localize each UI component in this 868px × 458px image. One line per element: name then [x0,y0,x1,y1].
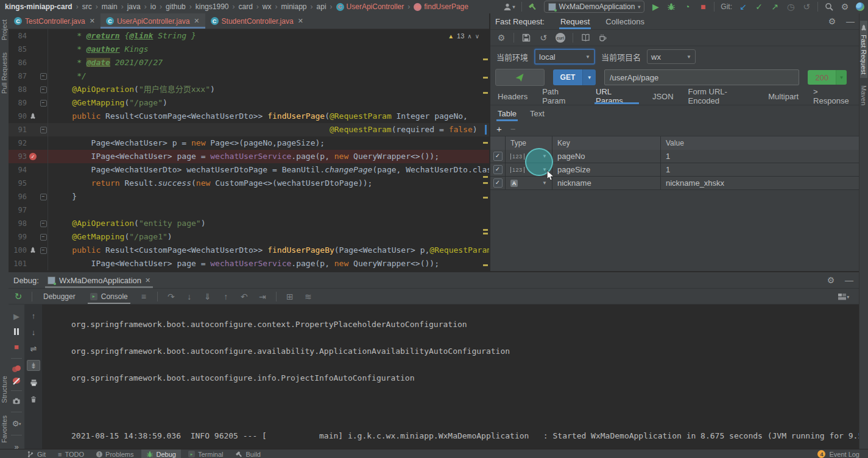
code-line[interactable]: 95 return Result.success(new CustomPage<… [9,177,489,190]
layout-menu-icon[interactable]: ≡ [139,292,149,301]
breadcrumb-item[interactable]: github [166,2,186,11]
scroll-to-end-icon[interactable]: ⇟ [27,360,40,371]
fold-marker-icon[interactable]: − [40,100,47,107]
debug-settings-gear-icon[interactable]: ⚙▾ [10,419,23,428]
docs-book-icon[interactable] [580,32,590,43]
method-select[interactable]: GET ▼ [553,69,596,85]
force-step-into-icon[interactable]: ⇓ [203,292,213,301]
debug-settings-gear-icon[interactable]: ⚙ [826,275,836,286]
step-over-icon[interactable]: ↷ [166,292,176,301]
debug-view-tab[interactable]: Debugger [41,289,78,304]
breadcrumb-item[interactable]: miniapp [281,2,307,11]
send-request-button[interactable] [495,69,545,86]
close-icon[interactable]: ✕ [145,277,150,284]
code-line[interactable]: 89 − @GetMapping("/page") [9,96,489,110]
key-cell[interactable]: pageSize [552,163,661,176]
stop-icon[interactable]: ■ [10,342,23,351]
request-section-tab[interactable]: Headers [498,88,528,104]
save-icon[interactable] [521,32,531,43]
code-line[interactable]: 93 ✓ IPage<WechatUser> page = wechatUser… [9,150,489,163]
local-history-icon[interactable]: ◷ [786,1,796,12]
scroll-up-icon[interactable]: ↑ [27,311,40,320]
breadcrumb-item[interactable]: api [317,2,326,11]
event-log-button[interactable]: 4 Event Log [817,450,868,458]
row-checkbox[interactable]: ✓ [493,165,503,174]
value-cell[interactable]: 1 [661,163,860,176]
git-update-icon[interactable]: ↙ [738,1,748,12]
chevron-down-icon[interactable]: ▼ [542,153,547,159]
debug-minimize-icon[interactable]: — [844,275,854,286]
tool-stripe-button[interactable]: Project [1,19,8,40]
row-checkbox[interactable]: ✓ [493,152,503,161]
request-section-tab[interactable]: Path Param [542,88,581,104]
build-hammer-icon[interactable] [528,1,538,12]
url-input[interactable] [604,69,800,85]
view-breakpoints-icon[interactable] [12,365,21,372]
fast-request-rocket-icon[interactable] [29,244,37,257]
tool-window-button-build[interactable]: Build [231,449,266,458]
value-cell[interactable]: 1 [661,150,860,163]
settings-gear-icon[interactable]: ⚙ [840,1,850,12]
tool-stripe-button[interactable]: Pull Requests [1,52,8,94]
tool-stripe-button[interactable]: Favorites [1,415,8,443]
search-icon[interactable] [824,1,834,12]
request-section-tab[interactable]: URL Params [596,88,638,104]
breadcrumb-item[interactable]: kings-miniapp-card [5,2,72,11]
breadcrumb-item[interactable]: mfindUserPage [414,2,468,11]
key-cell[interactable]: nickname [552,177,661,189]
run-to-cursor-icon[interactable]: ⇥ [258,292,267,301]
close-icon[interactable]: ✕ [298,17,303,25]
warning-stripe-mark[interactable] [483,77,488,79]
fold-marker-icon[interactable]: − [40,194,47,200]
code-line[interactable]: 101 IPage<WechatUser> page = wechatUserS… [9,257,489,270]
type-cell[interactable]: 123▼ [506,150,552,163]
warning-stripe-mark[interactable] [483,176,488,178]
code-line[interactable]: 91 − @RequestParam(required = false) [9,123,489,136]
debug-console[interactable]: org.springframework.boot.autoconfigure.c… [43,305,859,451]
close-icon[interactable]: ✕ [90,17,95,25]
evaluate-expression-icon[interactable]: ⊞ [285,292,295,301]
table-row[interactable]: ✓ A▼ nickname nickname_xhskx [490,177,860,190]
add-param-button[interactable]: + [496,124,502,134]
git-push-icon[interactable]: ↗ [770,1,780,12]
resume-icon[interactable]: ▶ [10,312,23,321]
warning-stripe-mark[interactable] [483,58,488,60]
warning-stripe-mark[interactable] [483,229,488,231]
fold-marker-icon[interactable]: − [40,220,47,227]
code-line[interactable]: 86 * @date 2021/07/27 [9,56,489,69]
warning-stripe-mark[interactable] [483,92,488,94]
user-account-icon[interactable]: ▾ [503,1,515,12]
fast-request-settings-gear-icon[interactable]: ⚙ [827,16,837,27]
code-editor[interactable]: 84 * @return {@link String } 85 * @autho… [9,29,489,272]
warning-stripe-mark[interactable] [483,264,488,266]
restore-layout-icon[interactable]: ▾ [838,292,849,300]
tool-window-button-todo[interactable]: ≡TODO [53,449,89,458]
breadcrumb-item[interactable]: wx [263,2,272,11]
trace-settings-icon[interactable]: ≋ [303,292,313,301]
fast-request-tab[interactable]: Collections [605,13,644,29]
drop-frame-icon[interactable]: ↶ [239,292,249,301]
key-cell[interactable]: pageNo [552,150,661,163]
run-config-select[interactable]: WxMaDemoApplication ▾ [544,1,645,13]
stop-button[interactable]: ■ [698,1,708,12]
breadcrumb-item[interactable]: io [150,2,156,11]
ide-feature-sphere-icon[interactable] [856,2,864,11]
editor-tab[interactable]: C TestController.java ✕ [9,13,101,29]
breadcrumb-item[interactable]: CUserApiController [336,2,404,11]
type-cell[interactable]: A▼ [506,177,552,189]
tool-stripe-button[interactable]: Maven [860,85,867,105]
code-line[interactable]: 92 Page<WechatUser> p = new Page<>(pageN… [9,136,489,150]
fold-marker-icon[interactable]: − [40,234,47,241]
code-line[interactable]: 87 − */ [9,69,489,83]
tool-stripe-button[interactable]: Fast Request [860,21,867,78]
rerun-icon[interactable]: ↻ [13,291,23,302]
fold-marker-icon[interactable]: − [40,86,47,93]
prev-warning-icon[interactable]: ∧ [467,33,471,40]
status-code-button[interactable]: 200 ▼ [808,70,847,85]
warning-stripe-mark[interactable] [483,142,488,144]
debug-session-tab[interactable]: WxMaDemoApplication ✕ [48,272,150,288]
code-line[interactable]: 90 public Result<CustomPage<WechatUserDt… [9,110,489,123]
project-select[interactable]: wx▼ [647,49,696,64]
inspection-widget[interactable]: ▲ 13 ∧ ∨ [448,32,479,40]
refresh-icon[interactable]: ↺ [538,32,548,43]
